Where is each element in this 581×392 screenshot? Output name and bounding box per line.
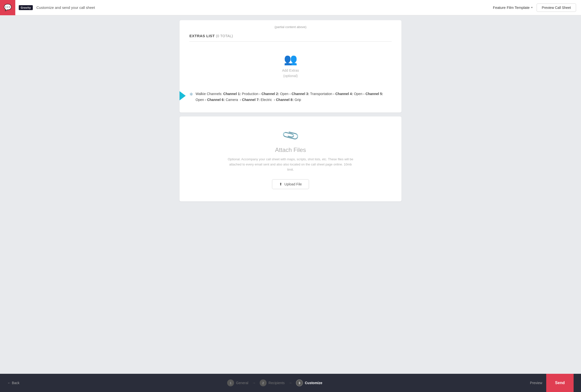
footer: ← Back 1 General → 2 Recipients → 3 Cust… — [0, 374, 581, 392]
attach-files-card: 📎 Attach Files Optional. Accompany your … — [180, 116, 402, 201]
header: 💬 Gravity Customize and send your call s… — [0, 0, 581, 15]
template-label: Feature Film Template — [493, 5, 530, 9]
app-logo-box: 💬 — [0, 0, 15, 15]
step-2-circle: 2 — [260, 380, 266, 386]
footer-right: Preview Send — [530, 374, 574, 392]
main-content: (partial content above) EXTRAS LIST (0 T… — [0, 15, 581, 374]
content-wrapper: (partial content above) EXTRAS LIST (0 T… — [180, 15, 402, 374]
step-3-circle: 3 — [296, 380, 303, 386]
header-subtitle: Customize and send your call sheet — [36, 5, 95, 9]
step-1-circle: 1 — [227, 380, 234, 386]
blue-arrow — [180, 88, 186, 103]
walkie-channels-section: ✱ Walkie Channels: Channel 1: Production… — [190, 86, 392, 105]
svg-marker-0 — [180, 88, 186, 103]
upload-file-button[interactable]: ⬆ Upload File — [272, 179, 309, 189]
step-1-label: General — [236, 381, 248, 385]
footer-preview-button[interactable]: Preview — [530, 381, 542, 385]
paperclip-icon: 📎 — [281, 126, 300, 145]
step-2: 2 Recipients — [260, 380, 284, 386]
header-right: Feature Film Template ▾ Preview Call She… — [493, 3, 576, 12]
clipped-content: (partial content above) — [190, 23, 392, 34]
back-button[interactable]: ← Back — [8, 381, 20, 385]
chat-icon: 💬 — [4, 4, 12, 11]
gravity-logo: Gravity — [19, 5, 33, 10]
extras-empty-label: Add Extras(optional) — [282, 68, 299, 79]
extras-empty-state: 👥 Add Extras(optional) — [190, 49, 392, 86]
chevron-down-icon: ▾ — [531, 6, 533, 9]
step-1: 1 General — [227, 380, 248, 386]
extras-count: (0 Total) — [216, 34, 233, 38]
walkie-channels-text: Walkie Channels: Channel 1: Production -… — [196, 91, 392, 103]
header-left: 💬 Gravity Customize and send your call s… — [0, 0, 95, 15]
extras-list-section: EXTRAS LIST (0 Total) 👥 Add Extras(optio… — [190, 34, 392, 86]
template-selector[interactable]: Feature Film Template ▾ — [493, 5, 533, 9]
asterisk-icon: ✱ — [190, 92, 193, 97]
upload-icon: ⬆ — [279, 182, 282, 187]
send-button[interactable]: Send — [546, 374, 574, 392]
step-2-label: Recipients — [268, 381, 284, 385]
steps-container: 1 General → 2 Recipients → 3 Customize — [227, 380, 322, 386]
top-partial-card: (partial content above) EXTRAS LIST (0 T… — [180, 20, 402, 113]
preview-call-sheet-button[interactable]: Preview Call Sheet — [536, 3, 576, 12]
extras-section-title: EXTRAS LIST (0 Total) — [190, 34, 392, 42]
step-3-label: Customize — [305, 381, 322, 385]
step-3: 3 Customize — [296, 380, 322, 386]
step-arrow-1: → — [252, 381, 256, 385]
step-arrow-2: → — [288, 381, 292, 385]
attach-files-title: Attach Files — [275, 147, 306, 153]
walkie-channels-row: ✱ Walkie Channels: Channel 1: Production… — [190, 91, 392, 103]
attach-files-description: Optional. Accompany your call sheet with… — [226, 157, 354, 172]
person-icon: 👥 — [284, 54, 298, 65]
